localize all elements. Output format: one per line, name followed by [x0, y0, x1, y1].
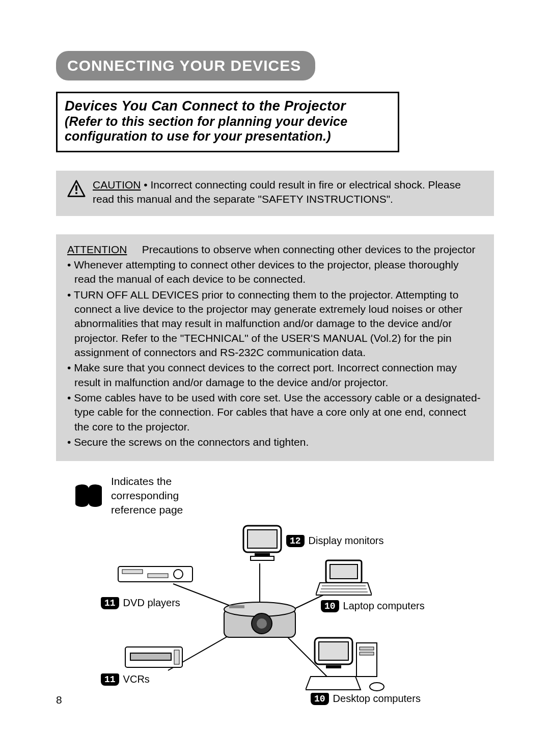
- projector-icon: [219, 594, 300, 645]
- page-ref-badge: 10: [311, 693, 329, 705]
- book-icon: [74, 483, 103, 508]
- display-monitor-icon: [239, 523, 285, 563]
- page-ref-badge: 12: [286, 535, 305, 547]
- caution-box: CAUTION • Incorrect connecting could res…: [56, 171, 494, 216]
- svg-rect-20: [148, 574, 168, 578]
- page-ref-badge: 10: [321, 600, 339, 612]
- caution-text: CAUTION • Incorrect connecting could res…: [93, 178, 483, 207]
- attention-bullet: Secure the screws on the connectors and …: [74, 435, 483, 449]
- svg-rect-16: [251, 556, 274, 560]
- svg-rect-23: [174, 650, 179, 664]
- attention-header-row: ATTENTION Precautions to observe when co…: [67, 242, 483, 257]
- laptop-computers-text: Laptop computers: [343, 600, 425, 612]
- svg-rect-12: [229, 605, 244, 608]
- attention-label: ATTENTION: [67, 244, 127, 255]
- attention-intro: Precautions to observe when connecting o…: [142, 244, 476, 255]
- svg-point-11: [257, 618, 267, 629]
- svg-rect-14: [248, 530, 277, 548]
- page-ref-badge: 11: [101, 597, 119, 609]
- connection-diagram: 12 Display monitors 11 DVD players 11 VC…: [56, 518, 494, 742]
- desktop-computers-text: Desktop computers: [333, 693, 421, 705]
- svg-rect-18: [122, 570, 143, 574]
- svg-rect-25: [330, 564, 358, 579]
- subheading-line-1: Devices You Can Connect to the Projector: [65, 98, 391, 114]
- desktop-computer-icon: [306, 635, 387, 696]
- svg-rect-32: [326, 665, 341, 668]
- desktop-computers-label: 10 Desktop computers: [311, 693, 421, 705]
- svg-point-19: [174, 570, 183, 579]
- laptop-computers-label: 10 Laptop computers: [321, 600, 425, 612]
- attention-box: ATTENTION Precautions to observe when co…: [56, 234, 494, 461]
- svg-rect-31: [319, 642, 348, 660]
- svg-rect-34: [360, 647, 374, 650]
- caution-body: • Incorrect connecting could result in f…: [93, 179, 461, 205]
- laptop-icon: [316, 558, 372, 599]
- page-number: 8: [56, 694, 62, 706]
- svg-rect-1: [75, 185, 77, 191]
- dvd-player-icon: [117, 561, 194, 586]
- svg-rect-35: [360, 652, 374, 655]
- vcrs-text: VCRs: [123, 673, 150, 685]
- page-reference-legend: Indicates the corresponding reference pa…: [74, 474, 494, 518]
- svg-marker-36: [306, 677, 361, 690]
- subheading-line-2: (Refer to this section for planning your…: [65, 114, 391, 144]
- vcrs-label: 11 VCRs: [101, 673, 150, 686]
- manual-page: CONNECTING YOUR DEVICES Devices You Can …: [0, 0, 550, 756]
- attention-bullet: TURN OFF ALL DEVICES prior to connecting…: [74, 288, 483, 360]
- warning-triangle-icon: [67, 180, 86, 198]
- subheading-box: Devices You Can Connect to the Projector…: [56, 92, 399, 152]
- page-ref-badge: 11: [101, 673, 119, 686]
- attention-bullet: Whenever attempting to connect other dev…: [74, 258, 483, 287]
- attention-bullets: Whenever attempting to connect other dev…: [67, 258, 483, 449]
- section-title-badge: CONNECTING YOUR DEVICES: [56, 51, 315, 80]
- display-monitors-text: Display monitors: [309, 535, 384, 547]
- svg-rect-2: [75, 192, 77, 194]
- svg-point-37: [370, 683, 384, 691]
- legend-text: Indicates the corresponding reference pa…: [111, 474, 213, 518]
- attention-bullet: Some cables have to be used with core se…: [74, 391, 483, 434]
- svg-rect-22: [130, 653, 171, 660]
- dvd-players-text: DVD players: [123, 597, 180, 609]
- attention-bullet: Make sure that you connect devices to th…: [74, 361, 483, 390]
- dvd-players-label: 11 DVD players: [101, 597, 180, 609]
- display-monitors-label: 12 Display monitors: [286, 535, 383, 547]
- caution-label: CAUTION: [93, 179, 141, 191]
- vcr-icon: [123, 643, 184, 673]
